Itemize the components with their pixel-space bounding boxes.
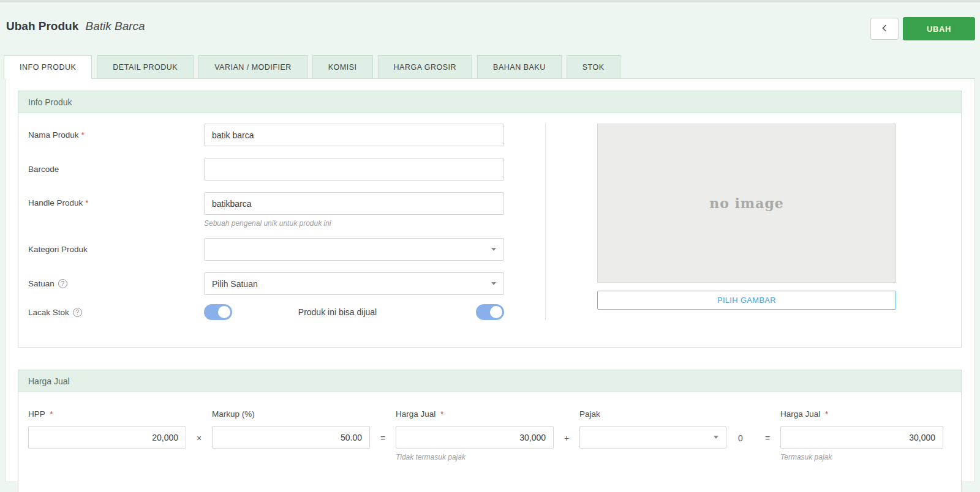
hpp-input[interactable] [28, 426, 186, 449]
harga-jual-section-title: Harga Jual [18, 370, 961, 392]
lacak-stok-row: Lacak Stok ? Produk ini bisa dijual [28, 304, 504, 320]
markup-field: Markup (%) [212, 409, 370, 449]
tab-bahan-baku[interactable]: BAHAN BAKU [477, 55, 562, 78]
tab-content-card: Info Produk Nama Produk * Barcode [5, 78, 975, 482]
nama-produk-row: Nama Produk * [28, 124, 504, 146]
chevron-left-icon [881, 24, 888, 34]
help-question-icon[interactable]: ? [58, 279, 67, 288]
kategori-produk-label: Kategori Produk [28, 245, 204, 254]
back-button[interactable] [870, 18, 899, 40]
chevron-down-icon [491, 248, 496, 251]
nama-produk-label: Nama Produk * [28, 130, 204, 140]
satuan-row: Satuan ? Pilih Satuan [28, 272, 504, 295]
info-produk-section-title: Info Produk [18, 91, 961, 113]
required-asterisk: * [825, 409, 828, 419]
barcode-input[interactable] [204, 158, 504, 181]
barcode-label: Barcode [28, 165, 204, 174]
submit-ubah-button[interactable]: UBAH [903, 17, 975, 40]
handle-produk-label: Handle Produk * [28, 192, 204, 207]
required-asterisk: * [85, 198, 88, 207]
tab-detail-produk[interactable]: DETAIL PRODUK [97, 55, 194, 78]
no-image-text: no image [709, 195, 784, 211]
harga-jual-label: Harga Jual * [396, 409, 554, 419]
help-question-icon[interactable]: ? [73, 308, 82, 317]
page-title: Ubah Produk Batik Barca [6, 17, 145, 33]
markup-label: Markup (%) [212, 409, 370, 419]
required-asterisk: * [50, 409, 53, 419]
price-formula-row: HPP * × Markup (%) = Harga Jual * [28, 409, 951, 461]
pajak-label: Pajak [579, 409, 726, 419]
toggle-knob [490, 306, 502, 318]
harga-jual-setelah-pajak-input[interactable] [780, 426, 943, 449]
barcode-row: Barcode [28, 158, 504, 181]
product-tabs: INFO PRODUK DETAIL PRODUK VARIAN / MODIF… [0, 55, 980, 78]
product-image-panel: no image PILIH GAMBAR [597, 124, 896, 320]
chevron-down-icon [714, 436, 718, 439]
bisa-dijual-toggle[interactable] [476, 304, 504, 320]
nama-produk-input[interactable] [204, 124, 504, 146]
page-header: Ubah Produk Batik Barca UBAH [0, 2, 980, 40]
tab-varian-modifier[interactable]: VARIAN / MODIFIER [198, 55, 307, 78]
page-title-product-name: Batik Barca [86, 20, 145, 32]
harga-jual-section: Harga Jual HPP * × Markup (%) = [18, 370, 962, 492]
handle-produk-help: Sebuah pengenal unik untuk produk ini [204, 219, 504, 228]
pajak-amount: 0 [726, 433, 755, 443]
handle-produk-input[interactable] [204, 192, 504, 215]
info-form: Nama Produk * Barcode [28, 124, 504, 320]
multiply-operator: × [186, 433, 212, 443]
required-asterisk: * [440, 409, 443, 419]
harga-jual-setelah-pajak-help: Termasuk pajak [780, 453, 943, 461]
equals-operator: = [755, 433, 780, 443]
vertical-divider [545, 124, 546, 320]
header-actions: UBAH [870, 17, 975, 40]
harga-jual-sebelum-pajak-input[interactable] [396, 426, 554, 449]
harga-jual-label: Harga Jual * [780, 409, 943, 419]
hpp-label: HPP * [28, 409, 186, 419]
kategori-produk-row: Kategori Produk [28, 238, 504, 261]
tab-komisi[interactable]: KOMISI [312, 55, 373, 78]
equals-operator: = [370, 433, 396, 443]
product-image-placeholder: no image [597, 124, 896, 283]
toggle-knob [218, 306, 230, 318]
plus-operator: + [554, 433, 579, 443]
lacak-stok-toggle[interactable] [204, 304, 232, 320]
handle-produk-row: Handle Produk * Sebuah pengenal unik unt… [28, 192, 504, 228]
kategori-produk-select[interactable] [204, 238, 504, 261]
chevron-down-icon [491, 282, 496, 285]
hpp-field: HPP * [28, 409, 186, 449]
satuan-select[interactable]: Pilih Satuan [204, 272, 504, 295]
tab-stok[interactable]: STOK [567, 55, 620, 78]
info-produk-section: Info Produk Nama Produk * Barcode [18, 91, 962, 348]
tab-harga-grosir[interactable]: HARGA GROSIR [378, 55, 473, 78]
bisa-dijual-label: Produk ini bisa dijual [298, 307, 377, 317]
pilih-gambar-button[interactable]: PILIH GAMBAR [597, 291, 896, 310]
satuan-selected: Pilih Satuan [212, 279, 258, 289]
pajak-select[interactable] [579, 426, 726, 449]
harga-jual-sebelum-pajak-help: Tidak termasuk pajak [396, 453, 554, 461]
tab-info-produk[interactable]: INFO PRODUK [4, 55, 92, 79]
page-title-main: Ubah Produk [6, 20, 78, 32]
required-asterisk: * [81, 130, 85, 140]
pajak-field: Pajak [579, 409, 726, 449]
markup-input[interactable] [212, 426, 370, 449]
satuan-label: Satuan ? [28, 279, 204, 288]
lacak-stok-label: Lacak Stok ? [28, 308, 204, 317]
harga-jual-setelah-pajak-field: Harga Jual * Termasuk pajak [780, 409, 943, 461]
harga-jual-sebelum-pajak-field: Harga Jual * Tidak termasuk pajak [396, 409, 554, 461]
